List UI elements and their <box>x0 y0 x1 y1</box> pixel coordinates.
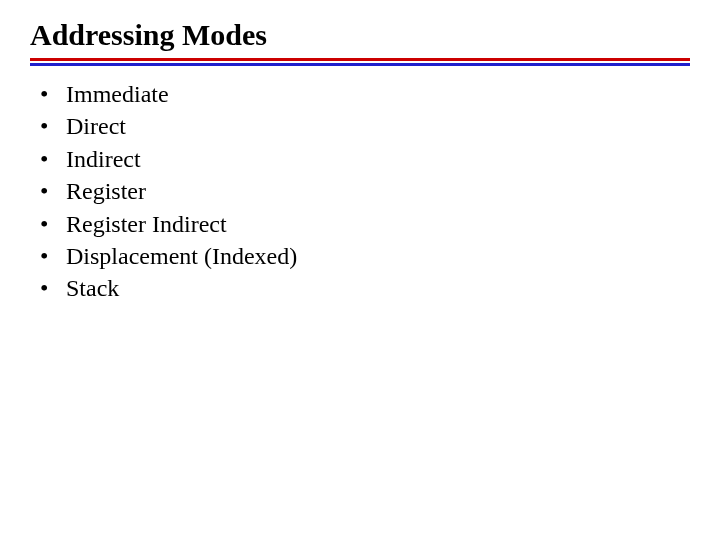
bullet-icon: • <box>40 78 66 110</box>
list-item: •Direct <box>40 110 690 142</box>
list-item-label: Register <box>66 175 146 207</box>
title-divider <box>30 58 690 66</box>
list-item: •Immediate <box>40 78 690 110</box>
bullet-icon: • <box>40 143 66 175</box>
list-item-label: Displacement (Indexed) <box>66 240 297 272</box>
list-item: •Displacement (Indexed) <box>40 240 690 272</box>
bullet-icon: • <box>40 208 66 240</box>
list-item: •Indirect <box>40 143 690 175</box>
list-item: •Stack <box>40 272 690 304</box>
list-item-label: Direct <box>66 110 126 142</box>
bullet-icon: • <box>40 175 66 207</box>
bullet-icon: • <box>40 272 66 304</box>
list-item-label: Immediate <box>66 78 169 110</box>
bullet-list: •Immediate •Direct •Indirect •Register •… <box>40 78 690 305</box>
bullet-icon: • <box>40 240 66 272</box>
list-item: •Register Indirect <box>40 208 690 240</box>
list-item: •Register <box>40 175 690 207</box>
list-item-label: Indirect <box>66 143 141 175</box>
bullet-icon: • <box>40 110 66 142</box>
slide-title: Addressing Modes <box>30 18 690 52</box>
list-item-label: Stack <box>66 272 119 304</box>
list-item-label: Register Indirect <box>66 208 227 240</box>
